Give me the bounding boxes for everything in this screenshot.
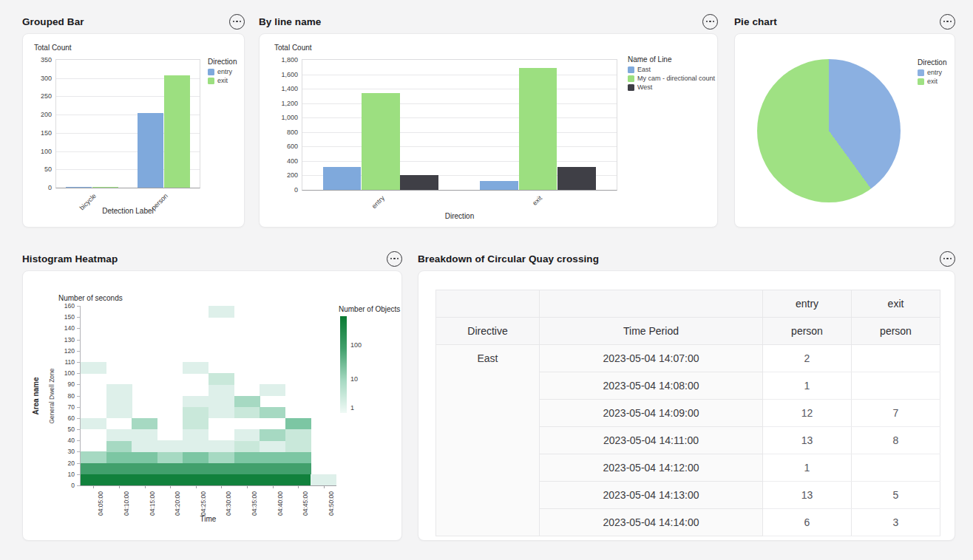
bar-exit [92, 187, 118, 188]
x-tick-mark [221, 485, 222, 488]
color-legend-title: Number of Objects [339, 305, 400, 313]
legend-label: East [637, 66, 651, 73]
legend-item: entry [918, 69, 946, 76]
by-line-name-section: By line name Total Count 02004006008001,… [259, 13, 718, 228]
gridline [302, 89, 617, 89]
y-tick-label: 300 [22, 75, 52, 82]
x-tick-mark [273, 485, 274, 488]
heatmap-cell [260, 440, 285, 452]
heatmap-cell [183, 451, 208, 463]
y-tick-mark [77, 362, 80, 363]
y-tick-label: 20 [42, 460, 75, 467]
x-tick-mark [298, 485, 299, 488]
heatmap-cell [183, 396, 208, 408]
heatmap-cell [157, 463, 183, 475]
y-tick-label: 200 [265, 171, 298, 179]
heatmap-cell [106, 451, 132, 463]
histogram-heatmap-menu-button[interactable] [387, 251, 402, 267]
bar-My cam - directional count [362, 93, 400, 190]
heatmap-cell [208, 373, 234, 385]
heatmap-cell [183, 407, 208, 419]
grouped-bar-section: Grouped Bar Total Count 0501001502002503… [22, 13, 245, 228]
heatmap-cell [106, 429, 132, 441]
heatmap-cell [285, 463, 311, 475]
entry-count-cell: 13 [763, 427, 852, 454]
legend-label: My cam - directional count [637, 75, 715, 82]
y-tick-mark [77, 340, 80, 341]
heatmap-cell [234, 463, 260, 475]
histogram-heatmap-header: Histogram Heatmap [22, 250, 402, 267]
gridline [302, 146, 617, 147]
table-head: entryexitDirectiveTime Periodpersonperso… [436, 290, 940, 345]
heatmap-cell [260, 407, 285, 419]
x-axis-title: Time [80, 515, 336, 523]
breakdown-title: Breakdown of Circular Quay crossing [418, 253, 599, 264]
pie-chart-header: Pie chart [734, 13, 955, 30]
entry-count-cell: 13 [763, 482, 852, 509]
legend-title: Direction [918, 58, 946, 66]
heatmap-cell [234, 396, 260, 408]
bar-East [323, 167, 362, 190]
time-period-cell: 2023-05-04 14:12:00 [540, 454, 763, 482]
breakdown-menu-button[interactable] [940, 251, 955, 267]
heatmap-cell [208, 463, 234, 475]
y-axis-title: Total Count [274, 44, 312, 52]
exit-count-cell: 5 [852, 482, 940, 509]
heatmap-cell [106, 396, 132, 408]
heatmap-cell [106, 384, 132, 396]
heatmap-cell [183, 440, 208, 452]
y-tick-label: 140 [42, 324, 75, 332]
legend-item: exit [208, 77, 237, 84]
heatmap-cell [260, 384, 285, 396]
entry-count-cell: 12 [763, 400, 852, 427]
x-tick-mark [145, 485, 146, 488]
y-tick-label: 130 [42, 336, 75, 344]
table-group-header-row: entryexit [436, 290, 940, 318]
heatmap-cell [260, 463, 285, 475]
legend-title: Name of Line [628, 55, 715, 64]
legend-swatch [918, 69, 924, 76]
y-tick-label: 160 [42, 302, 75, 310]
heatmap-cell [208, 440, 234, 452]
legend-swatch [628, 66, 634, 73]
y-tick-mark [77, 463, 80, 464]
heatmap-cell [132, 463, 157, 475]
y-tick-label: 150 [22, 129, 52, 137]
y-tick-label: 120 [42, 347, 75, 355]
y-tick-label: 250 [22, 92, 52, 100]
histogram-heatmap-title: Histogram Heatmap [22, 253, 118, 264]
grouped-bar-menu-button[interactable] [229, 14, 245, 30]
gridline [302, 75, 617, 75]
y-tick-label: 400 [265, 157, 298, 165]
heatmap-cell [81, 418, 106, 430]
entry-count-cell: 2 [763, 345, 852, 372]
gridline [302, 117, 617, 118]
y-axis-title: Total Count [34, 44, 72, 52]
heatmap-cell [260, 429, 285, 441]
heatmap-cell [81, 474, 106, 486]
gridline [302, 161, 617, 162]
group-header-cell [540, 290, 763, 318]
x-tick-mark [324, 485, 325, 488]
pie-chart-menu-button[interactable] [940, 14, 955, 30]
by-line-name-menu-button[interactable] [702, 14, 718, 30]
y-tick-label: 600 [265, 143, 298, 150]
pie-chart-legend: Directionentryexit [918, 58, 946, 86]
bar-East [480, 181, 518, 190]
heatmap-cell [132, 429, 157, 441]
pie-chart-title: Pie chart [734, 16, 777, 27]
time-period-cell: 2023-05-04 14:13:00 [540, 482, 763, 509]
exit-count-cell: 8 [852, 427, 940, 454]
ellipsis-icon [390, 258, 392, 259]
heatmap-cell [81, 451, 106, 463]
breakdown-header: Breakdown of Circular Quay crossing [418, 250, 955, 267]
heatmap-cell [132, 451, 157, 463]
exit-count-cell [852, 372, 940, 400]
directive-cell: East [436, 345, 540, 536]
y-tick-mark [77, 328, 80, 329]
heatmap-cell [311, 474, 336, 486]
y-tick-label: 90 [42, 380, 75, 388]
heatmap-cell [81, 463, 106, 475]
bar-entry [138, 113, 163, 188]
heatmap-cell [106, 474, 132, 486]
